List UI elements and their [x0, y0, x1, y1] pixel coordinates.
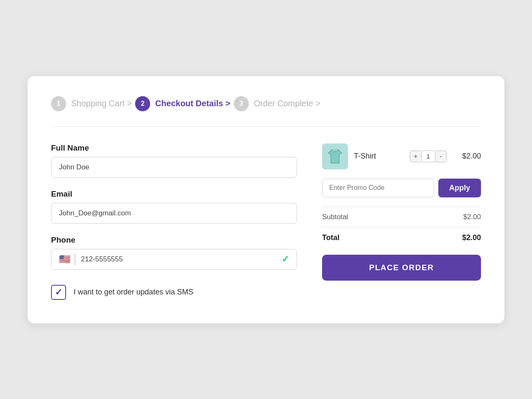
- main-content: Full Name Email Phone 🇺🇸 ✓: [51, 143, 481, 300]
- full-name-input[interactable]: [51, 157, 297, 178]
- total-row: Total $2.00: [322, 227, 481, 248]
- total-value: $2.00: [462, 233, 481, 242]
- place-order-button[interactable]: PLACE ORDER: [322, 255, 481, 281]
- step-1-circle: 1: [51, 96, 66, 111]
- total-label: Total: [322, 233, 340, 242]
- stepper: 1 Shopping Cart > 2 Checkout Details > 3…: [51, 96, 481, 127]
- product-image: [322, 143, 348, 169]
- checkbox-check-icon: ✓: [55, 288, 62, 297]
- subtotal-value: $2.00: [463, 213, 481, 221]
- apply-promo-button[interactable]: Apply: [438, 179, 481, 197]
- quantity-decrease-button[interactable]: +: [410, 151, 422, 162]
- email-group: Email: [51, 189, 297, 224]
- full-name-label: Full Name: [51, 143, 297, 153]
- step-1-label: Shopping Cart >: [71, 99, 132, 108]
- sms-checkbox-row[interactable]: ✓ I want to get order updates via SMS: [51, 285, 297, 300]
- promo-row: Apply: [322, 179, 481, 197]
- product-name: T-Shirt: [354, 152, 400, 161]
- step-3-label: Order Complete >: [254, 99, 321, 108]
- phone-input-wrapper: 🇺🇸 ✓: [51, 249, 297, 270]
- step-2-label: Checkout Details >: [155, 99, 230, 108]
- product-row: T-Shirt + 1 - $2.00: [322, 143, 481, 169]
- sms-checkbox-label: I want to get order updates via SMS: [74, 288, 193, 297]
- quantity-control: + 1 -: [410, 151, 447, 162]
- step-1[interactable]: 1 Shopping Cart >: [51, 96, 132, 111]
- order-summary: T-Shirt + 1 - $2.00 Apply Subtotal $2.00: [322, 143, 481, 300]
- subtotal-label: Subtotal: [322, 213, 348, 221]
- form-section: Full Name Email Phone 🇺🇸 ✓: [51, 143, 297, 300]
- phone-input[interactable]: [81, 249, 282, 269]
- subtotal-row: Subtotal $2.00: [322, 207, 481, 227]
- checkout-card: 1 Shopping Cart > 2 Checkout Details > 3…: [28, 76, 504, 323]
- phone-group: Phone 🇺🇸 ✓: [51, 235, 297, 270]
- product-price: $2.00: [457, 152, 481, 161]
- step-2-circle: 2: [135, 96, 150, 111]
- sms-checkbox[interactable]: ✓: [51, 285, 66, 300]
- email-label: Email: [51, 189, 297, 199]
- email-input[interactable]: [51, 203, 297, 224]
- quantity-increase-button[interactable]: -: [435, 151, 447, 162]
- step-3-circle: 3: [234, 96, 249, 111]
- step-2[interactable]: 2 Checkout Details >: [135, 96, 230, 111]
- step-3[interactable]: 3 Order Complete >: [234, 96, 321, 111]
- promo-code-input[interactable]: [322, 179, 434, 197]
- phone-label: Phone: [51, 235, 297, 245]
- us-flag-icon: 🇺🇸: [59, 254, 70, 265]
- svg-marker-0: [328, 150, 342, 163]
- full-name-group: Full Name: [51, 143, 297, 178]
- flag-divider: [74, 253, 75, 265]
- phone-valid-icon: ✓: [281, 254, 289, 265]
- quantity-value: 1: [422, 151, 435, 162]
